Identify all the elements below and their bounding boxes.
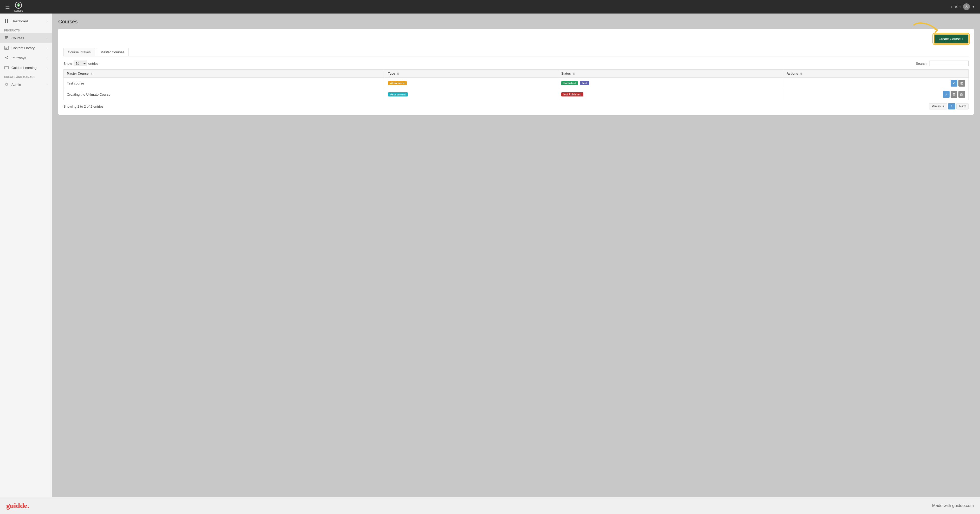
cell-status: Published Test — [558, 78, 783, 89]
svg-point-2 — [966, 5, 967, 7]
sidebar-item-left: Pathways — [4, 56, 26, 60]
prev-button[interactable]: Previous — [929, 103, 947, 109]
create-btn-area: Create Course + — [64, 34, 969, 44]
copy-button[interactable] — [958, 91, 965, 98]
courses-icon — [4, 36, 9, 40]
table-row: Test course Attendance Published Test — [64, 78, 969, 89]
svg-line-18 — [6, 58, 7, 59]
svg-rect-29 — [953, 94, 955, 96]
svg-rect-19 — [5, 66, 8, 69]
footer-tagline: Made with guidde.com — [932, 503, 974, 508]
edit-button[interactable] — [951, 80, 958, 87]
status-badge-not-published: Not Published — [561, 92, 583, 97]
sidebar-item-admin[interactable]: Admin › — [0, 79, 52, 89]
svg-point-14 — [5, 57, 6, 58]
tab-master-courses[interactable]: Master Courses — [96, 48, 129, 56]
chevron-icon: › — [46, 46, 48, 49]
svg-line-17 — [6, 57, 7, 57]
sort-icon[interactable]: ⇅ — [573, 72, 575, 75]
chevron-icon: › — [46, 19, 48, 22]
navbar-left: ☰ Censeo — [5, 2, 23, 12]
create-course-button[interactable]: Create Course + — [934, 34, 969, 44]
cell-actions — [783, 78, 969, 89]
tab-course-intakes[interactable]: Course Intakes — [64, 48, 95, 56]
dropdown-arrow[interactable]: ▼ — [972, 5, 975, 8]
sidebar-item-courses[interactable]: Courses › — [0, 33, 52, 43]
main-card: Create Course + Course Intakes Master Co… — [58, 29, 974, 115]
svg-rect-7 — [5, 36, 8, 37]
cell-type: Assessment — [385, 89, 558, 100]
tab-course-intakes-label: Course Intakes — [68, 50, 91, 54]
svg-rect-8 — [5, 37, 8, 38]
cell-status: Not Published — [558, 89, 783, 100]
app-logo: Censeo — [14, 2, 23, 12]
cell-course-name: Test course — [64, 78, 385, 89]
show-label: Show — [64, 62, 72, 65]
cell-actions — [783, 89, 969, 100]
delete-button[interactable] — [951, 91, 958, 98]
col-status: Status ⇅ — [558, 70, 783, 78]
copy-icon — [960, 93, 963, 96]
section-create-label: CREATE AND MANAGE — [0, 73, 52, 79]
edit-button[interactable] — [943, 91, 950, 98]
edit-icon — [953, 82, 956, 85]
sidebar-label-dashboard: Dashboard — [11, 19, 28, 23]
type-badge-assessment: Assessment — [388, 92, 408, 97]
next-button[interactable]: Next — [956, 103, 969, 109]
guidde-logo: guidde. — [6, 501, 29, 510]
logo-icon — [15, 2, 22, 9]
pagination-btns: Previous 1 Next — [929, 103, 969, 109]
type-badge-attendance: Attendance — [388, 81, 407, 85]
sort-icon[interactable]: ⇅ — [800, 72, 802, 75]
sidebar-item-dashboard[interactable]: Dashboard › — [0, 16, 52, 26]
chevron-icon: › — [46, 56, 48, 59]
svg-rect-3 — [5, 19, 6, 21]
hamburger-icon[interactable]: ☰ — [5, 4, 10, 10]
sort-icon[interactable]: ⇅ — [397, 72, 399, 75]
sidebar-label-courses: Courses — [11, 36, 24, 40]
action-btns — [786, 91, 965, 98]
avatar[interactable] — [963, 3, 970, 10]
section-products-label: PRODUCTS — [0, 26, 52, 33]
header-row: Master Course ⇅ Type ⇅ Status ⇅ Action — [64, 70, 969, 78]
search-area: Search: — [916, 60, 969, 66]
table-controls: Show 10 25 50 100 entries Search: — [64, 60, 969, 66]
sidebar-item-pathways[interactable]: Pathways › — [0, 53, 52, 63]
search-input[interactable] — [929, 60, 969, 66]
delete-button[interactable] — [958, 80, 965, 87]
col-type: Type ⇅ — [385, 70, 558, 78]
showing-text: Showing 1 to 2 of 2 entries — [64, 105, 103, 108]
tabs: Course Intakes Master Courses — [64, 48, 969, 56]
entries-select[interactable]: 10 25 50 100 — [73, 60, 87, 66]
sidebar-item-left: Guided Learning — [4, 65, 37, 70]
sort-icon[interactable]: ⇅ — [91, 72, 92, 75]
page-1-button[interactable]: 1 — [948, 103, 956, 109]
svg-rect-6 — [7, 21, 8, 23]
sidebar-item-content-library[interactable]: Content Library › — [0, 43, 52, 53]
svg-rect-5 — [5, 21, 6, 23]
pathways-icon — [4, 56, 9, 60]
col-actions: Actions ⇅ — [783, 70, 969, 78]
svg-point-21 — [6, 84, 7, 85]
cell-type: Attendance — [385, 78, 558, 89]
sidebar-item-left: Admin — [4, 82, 21, 87]
col-master-course: Master Course ⇅ — [64, 70, 385, 78]
sidebar-label-guided-learning: Guided Learning — [11, 66, 37, 70]
status-badge-test: Test — [580, 81, 589, 85]
show-entries: Show 10 25 50 100 entries — [64, 60, 99, 66]
table-row: Creating the Ultimate Course Assessment … — [64, 89, 969, 100]
pagination-area: Showing 1 to 2 of 2 entries Previous 1 N… — [64, 103, 969, 109]
entries-label: entries — [88, 62, 99, 65]
tab-master-courses-label: Master Courses — [100, 50, 124, 54]
edit-icon — [945, 93, 948, 96]
sidebar-item-left: Content Library — [4, 46, 35, 50]
status-badge-published: Published — [561, 81, 578, 85]
search-label: Search: — [916, 62, 928, 65]
sidebar-item-guided-learning[interactable]: Guided Learning › — [0, 63, 52, 73]
library-icon — [4, 46, 9, 50]
svg-point-1 — [18, 5, 19, 6]
trash-icon — [960, 82, 963, 85]
dashboard-icon — [4, 19, 9, 24]
svg-rect-9 — [5, 38, 7, 39]
content-area: Courses Create Course + Course Intakes — [52, 14, 980, 497]
